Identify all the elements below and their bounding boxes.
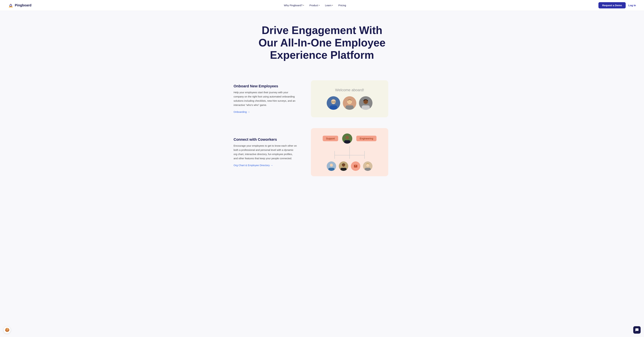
svg-rect-24 bbox=[328, 168, 334, 171]
onboarding-card: Welcome aboard! bbox=[311, 80, 388, 117]
org-top-row: Support Engineering bbox=[323, 134, 377, 144]
svg-point-7 bbox=[332, 100, 335, 104]
connect-link[interactable]: Org Chart & Employee Directory → bbox=[234, 164, 273, 167]
pingboard-logo-icon bbox=[8, 3, 14, 8]
onboarding-visual: Welcome aboard! bbox=[311, 80, 388, 117]
connect-body: Encourage your employees to get to know … bbox=[234, 144, 298, 160]
nav-actions: Request a Demo Log In bbox=[598, 2, 636, 9]
connect-visual: Support Engineering bbox=[311, 128, 388, 176]
logo-text: Pingboard bbox=[15, 3, 32, 7]
avatar-woman1-svg bbox=[343, 96, 356, 110]
features-section: Onboard New Employees Help your employee… bbox=[230, 77, 414, 190]
org-connector-line bbox=[334, 146, 365, 159]
nav-links: Why Pingboard? ▾ Product ▾ Learn ▾ Prici… bbox=[282, 3, 348, 8]
navbar: Pingboard Why Pingboard? ▾ Product ▾ Lea… bbox=[0, 0, 644, 11]
cookie-consent-button[interactable]: 🍪 bbox=[3, 326, 11, 334]
avatar-woman1 bbox=[343, 96, 356, 110]
svg-rect-30 bbox=[365, 168, 371, 171]
feature-connect: Connect with Coworkers Encourage your em… bbox=[234, 128, 410, 176]
chat-button[interactable] bbox=[633, 326, 641, 334]
feature-onboarding: Onboard New Employees Help your employee… bbox=[234, 80, 410, 117]
welcome-text: Welcome aboard! bbox=[335, 88, 364, 92]
svg-rect-21 bbox=[344, 140, 350, 144]
nav-pricing[interactable]: Pricing bbox=[336, 3, 348, 8]
svg-point-23 bbox=[330, 164, 333, 167]
svg-rect-13 bbox=[346, 105, 354, 110]
avatar-woman2 bbox=[359, 96, 372, 110]
onboarding-heading: Onboard New Employees bbox=[234, 84, 298, 88]
connect-heading: Connect with Coworkers bbox=[234, 137, 298, 142]
svg-rect-6 bbox=[330, 105, 337, 110]
hero-section: Drive Engagement With Our All-In-One Emp… bbox=[0, 11, 644, 77]
svg-point-14 bbox=[348, 100, 352, 104]
engineering-dept: Engineering bbox=[356, 136, 376, 141]
org-card: Support Engineering bbox=[311, 128, 388, 176]
svg-point-3 bbox=[10, 5, 12, 6]
login-button[interactable]: Log In bbox=[628, 4, 636, 7]
svg-rect-27 bbox=[340, 168, 346, 171]
nav-product[interactable]: Product ▾ bbox=[307, 3, 322, 8]
nav-learn[interactable]: Learn ▾ bbox=[323, 3, 335, 8]
chat-icon bbox=[635, 328, 639, 332]
svg-point-20 bbox=[346, 136, 349, 139]
connect-text: Connect with Coworkers Encourage your em… bbox=[234, 137, 298, 167]
org-placeholder-icon bbox=[351, 161, 360, 171]
avatar-man-svg bbox=[327, 96, 340, 110]
org-center-avatar-svg bbox=[342, 134, 352, 144]
avatar-man bbox=[327, 96, 340, 110]
org-center-avatar bbox=[342, 134, 352, 144]
chevron-down-icon: ▾ bbox=[303, 4, 304, 6]
support-dept: Support bbox=[323, 136, 338, 141]
svg-point-18 bbox=[364, 100, 368, 104]
nav-why-pingboard[interactable]: Why Pingboard? ▾ bbox=[282, 3, 306, 8]
hero-headline: Drive Engagement With Our All-In-One Emp… bbox=[256, 24, 388, 62]
org-avatar-3 bbox=[363, 161, 372, 171]
request-demo-button[interactable]: Request a Demo bbox=[598, 2, 626, 9]
svg-rect-17 bbox=[362, 105, 370, 110]
onboarding-link[interactable]: Onboarding → bbox=[234, 110, 250, 113]
avatar-row bbox=[327, 96, 372, 110]
chevron-down-icon: ▾ bbox=[319, 4, 320, 6]
logo-link[interactable]: Pingboard bbox=[8, 3, 32, 8]
onboarding-text: Onboard New Employees Help your employee… bbox=[234, 84, 298, 113]
onboarding-body: Help your employees start their journey … bbox=[234, 90, 298, 107]
avatar-woman2-svg bbox=[359, 96, 372, 110]
chevron-down-icon: ▾ bbox=[332, 4, 333, 6]
org-bottom-row bbox=[327, 161, 372, 171]
org-avatar-2 bbox=[339, 161, 348, 171]
org-avatar-1 bbox=[327, 161, 336, 171]
